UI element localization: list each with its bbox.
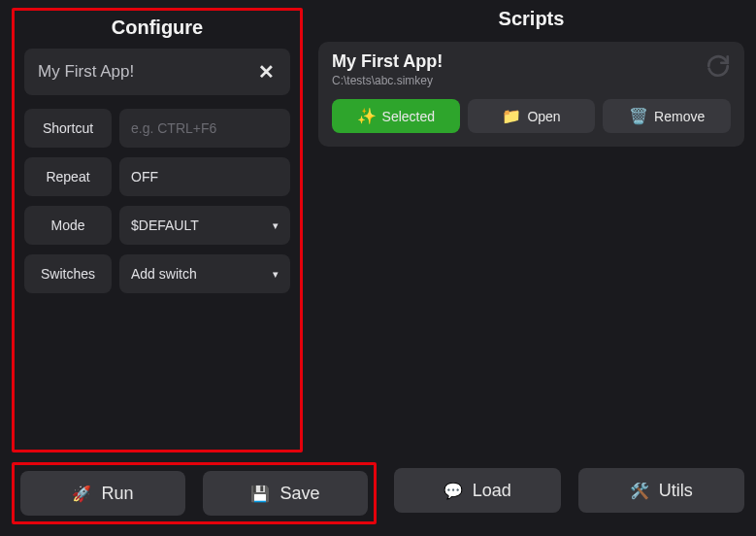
shortcut-input[interactable] bbox=[131, 120, 279, 136]
load-button[interactable]: 💬 Load bbox=[394, 468, 561, 513]
script-title: My First App! bbox=[332, 51, 706, 72]
switches-value: Add switch bbox=[131, 266, 197, 282]
chevron-down-icon: ▾ bbox=[273, 219, 279, 232]
rocket-icon: 🚀 bbox=[72, 485, 91, 503]
repeat-label: Repeat bbox=[24, 157, 112, 196]
chevron-down-icon: ▾ bbox=[273, 268, 279, 281]
selected-button[interactable]: ✨ Selected bbox=[332, 99, 460, 133]
mode-value: $DEFAULT bbox=[131, 218, 199, 233]
mode-label: Mode bbox=[24, 206, 112, 245]
load-label: Load bbox=[473, 481, 511, 501]
scripts-title: Scripts bbox=[318, 8, 744, 30]
remove-label: Remove bbox=[654, 109, 705, 124]
configure-panel: Configure ✕ Shortcut Repeat OFF Mode $DE… bbox=[12, 8, 303, 452]
utils-label: Utils bbox=[659, 481, 693, 501]
save-button[interactable]: 💾 Save bbox=[203, 471, 368, 516]
script-card: My First App! C:\tests\abc.simkey ✨ Sele… bbox=[318, 42, 744, 147]
open-button[interactable]: 📁 Open bbox=[468, 99, 596, 133]
switches-field[interactable]: Add switch ▾ bbox=[119, 254, 290, 293]
reload-icon[interactable] bbox=[706, 53, 731, 85]
repeat-row: Repeat OFF bbox=[24, 157, 290, 196]
sparkle-icon: ✨ bbox=[357, 107, 377, 125]
shortcut-label: Shortcut bbox=[24, 109, 112, 148]
script-meta: My First App! C:\tests\abc.simkey bbox=[332, 51, 706, 87]
switches-label: Switches bbox=[24, 254, 112, 293]
bottom-bar: 🚀 Run 💾 Save 💬 Load 🛠️ Utils bbox=[0, 452, 756, 536]
script-path: C:\tests\abc.simkey bbox=[332, 74, 706, 87]
app-name-row: ✕ bbox=[24, 49, 290, 95]
repeat-value: OFF bbox=[131, 169, 158, 184]
repeat-field[interactable]: OFF bbox=[119, 157, 290, 196]
script-head: My First App! C:\tests\abc.simkey bbox=[332, 51, 731, 87]
tools-icon: 🛠️ bbox=[630, 482, 649, 500]
switches-row: Switches Add switch ▾ bbox=[24, 254, 290, 293]
run-label: Run bbox=[101, 484, 133, 504]
configure-title: Configure bbox=[24, 17, 290, 39]
remove-button[interactable]: 🗑️ Remove bbox=[603, 99, 731, 133]
run-button[interactable]: 🚀 Run bbox=[20, 471, 185, 516]
mode-field[interactable]: $DEFAULT ▾ bbox=[119, 206, 290, 245]
app-name-input[interactable] bbox=[38, 62, 255, 82]
utils-button[interactable]: 🛠️ Utils bbox=[578, 468, 745, 513]
trash-icon: 🗑️ bbox=[629, 107, 648, 125]
mode-row: Mode $DEFAULT ▾ bbox=[24, 206, 290, 245]
bottom-left-group: 🚀 Run 💾 Save bbox=[12, 462, 377, 524]
scripts-panel: Scripts My First App! C:\tests\abc.simke… bbox=[318, 8, 744, 452]
close-icon[interactable]: ✕ bbox=[255, 60, 277, 84]
script-buttons: ✨ Selected 📁 Open 🗑️ Remove bbox=[332, 99, 731, 133]
chat-icon: 💬 bbox=[444, 482, 463, 500]
open-label: Open bbox=[527, 109, 560, 124]
shortcut-row: Shortcut bbox=[24, 109, 290, 148]
save-label: Save bbox=[279, 484, 319, 504]
bottom-right-group: 💬 Load 🛠️ Utils bbox=[394, 462, 744, 524]
shortcut-field[interactable] bbox=[119, 109, 290, 148]
floppy-icon: 💾 bbox=[250, 485, 270, 503]
folder-icon: 📁 bbox=[502, 107, 521, 125]
selected-label: Selected bbox=[382, 109, 435, 124]
